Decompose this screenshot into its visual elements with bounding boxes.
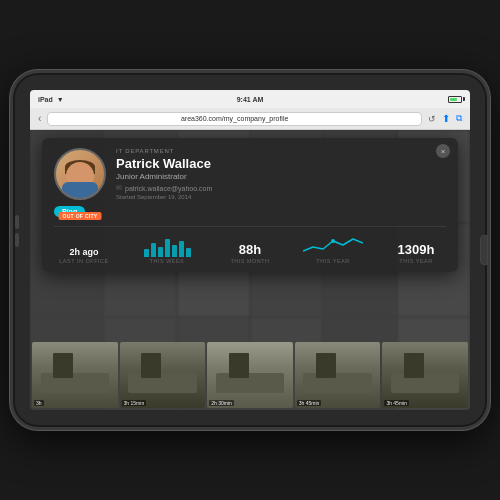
profile-title: Junior Administrator — [116, 172, 446, 181]
bar-4 — [165, 239, 170, 257]
avatar-body — [62, 182, 98, 198]
thumb-time-3: 2h 30min — [209, 400, 234, 406]
thumb-scene-4 — [295, 342, 381, 408]
department-label: IT DEPARTMENT — [116, 148, 446, 154]
url-text: area360.com/my_company_profile — [181, 115, 288, 122]
volume-buttons — [15, 215, 19, 247]
stat-value-3: 1309h — [386, 242, 446, 257]
stat-value-2: 88h — [220, 242, 280, 257]
status-right — [448, 96, 462, 103]
avatar — [54, 148, 106, 200]
profile-card: × OUT OF CITY Ping — [42, 138, 458, 272]
url-bar[interactable]: area360.com/my_company_profile — [47, 112, 422, 126]
ipad-label: iPad — [38, 96, 53, 103]
avatar-face — [62, 158, 98, 198]
svg-point-0 — [331, 239, 335, 243]
this-week-chart: THIS WEEK — [122, 233, 212, 264]
email-text: patrick.wallace@yahoo.com — [125, 185, 212, 192]
chart-bars — [144, 233, 191, 257]
reload-button[interactable]: ↺ — [428, 114, 436, 124]
profile-header: OUT OF CITY Ping IT DEPARTMENT Patrick W… — [54, 148, 446, 218]
thumb-time-1: 3h — [34, 400, 44, 406]
bar-2 — [151, 243, 156, 257]
stats-row: 2h ago LAST IN OFFICE — [54, 226, 446, 264]
profile-name: Patrick Wallace — [116, 156, 446, 171]
sparkline-container — [303, 233, 363, 257]
stat-label-2: THIS MONTH — [220, 258, 280, 264]
this-year-chart: THIS YEAR — [288, 233, 378, 264]
ipad-frame: iPad ▼ 9:41 AM ‹ area360.com/my_company_… — [10, 70, 490, 430]
address-bar: ‹ area360.com/my_company_profile ↺ ⬆ ⧉ — [30, 108, 470, 130]
thumbnails-row: 3h 3h 15min 2h 30min 3h 45min 3h 45min — [30, 340, 470, 410]
thumb-time-2: 3h 15min — [122, 400, 147, 406]
sparkline-svg — [303, 233, 363, 257]
status-left: iPad ▼ — [38, 96, 64, 103]
thumbnail-1[interactable]: 3h — [32, 342, 118, 408]
year-chart-label: THIS YEAR — [316, 258, 349, 264]
thumb-scene-2 — [120, 342, 206, 408]
stat-this-year: 1309h THIS YEAR — [386, 242, 446, 264]
stat-value-1: 2h ago — [54, 247, 114, 257]
bar-6 — [179, 241, 184, 257]
profile-email: ✉ patrick.wallace@yahoo.com — [116, 184, 446, 192]
screen-content: × OUT OF CITY Ping — [30, 130, 470, 410]
thumb-scene-1 — [32, 342, 118, 408]
profile-info: IT DEPARTMENT Patrick Wallace Junior Adm… — [116, 148, 446, 200]
thumb-time-5: 3h 45min — [384, 400, 409, 406]
bar-5 — [172, 245, 177, 257]
thumb-scene-5 — [382, 342, 468, 408]
email-icon: ✉ — [116, 184, 122, 192]
stat-last-in-office: 2h ago LAST IN OFFICE — [54, 247, 114, 264]
stat-this-month: 88h THIS MONTH — [220, 242, 280, 264]
wifi-icon: ▼ — [57, 96, 64, 103]
battery-fill — [450, 98, 457, 101]
week-label: THIS WEEK — [150, 258, 185, 264]
thumbnail-4[interactable]: 3h 45min — [295, 342, 381, 408]
bar-7 — [186, 248, 191, 257]
started-label: Started September 19, 2014 — [116, 194, 446, 200]
status-time: 9:41 AM — [237, 96, 264, 103]
status-badge: OUT OF CITY — [59, 212, 102, 220]
thumb-scene-3 — [207, 342, 293, 408]
stat-label-3: THIS YEAR — [386, 258, 446, 264]
thumbnail-5[interactable]: 3h 45min — [382, 342, 468, 408]
status-bar: iPad ▼ 9:41 AM — [30, 90, 470, 108]
avatar-container: OUT OF CITY Ping — [54, 148, 106, 218]
ipad-screen: iPad ▼ 9:41 AM ‹ area360.com/my_company_… — [30, 90, 470, 410]
battery-icon — [448, 96, 462, 103]
close-button[interactable]: × — [436, 144, 450, 158]
thumbnail-3[interactable]: 2h 30min — [207, 342, 293, 408]
home-button[interactable] — [480, 235, 488, 265]
stat-label-1: LAST IN OFFICE — [54, 258, 114, 264]
share-button[interactable]: ⬆ — [442, 113, 450, 124]
tabs-button[interactable]: ⧉ — [456, 113, 462, 124]
bar-3 — [158, 247, 163, 257]
bar-1 — [144, 249, 149, 257]
thumb-time-4: 3h 45min — [297, 400, 322, 406]
back-button[interactable]: ‹ — [38, 113, 41, 124]
thumbnail-2[interactable]: 3h 15min — [120, 342, 206, 408]
